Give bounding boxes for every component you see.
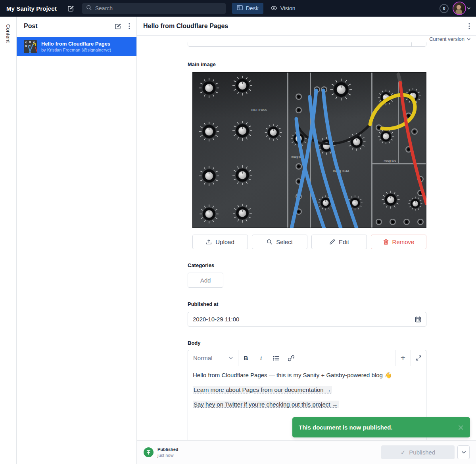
body-label: Body (188, 340, 201, 346)
post-list-pane: Post Hello from Cloudflare Pages by Kris… (17, 17, 137, 464)
pane-menu-button[interactable] (129, 23, 130, 29)
select-button[interactable]: Select (252, 235, 307, 249)
document-title: Hello from Cloudflare Pages (143, 23, 468, 30)
document-editor-pane: Hello from Cloudflare Pages Current vers… (137, 17, 476, 464)
body-link-docs[interactable]: Learn more about Pages from our document… (193, 386, 332, 393)
publish-button[interactable]: ✓ Published (381, 445, 455, 459)
publish-toast: This document is now published. (292, 417, 470, 437)
project-title: My Sanity Project (6, 5, 57, 12)
content-rail-label[interactable]: Content (5, 24, 11, 43)
pane-title: Post (24, 23, 107, 30)
calendar-icon[interactable] (415, 316, 421, 323)
bullet-list-button[interactable] (269, 350, 284, 366)
new-document-button[interactable] (67, 5, 74, 12)
publish-menu-button[interactable] (457, 445, 470, 459)
content-rail: Content (0, 17, 17, 464)
document-menu-button[interactable] (468, 23, 470, 29)
edit-button[interactable]: Edit (311, 235, 367, 249)
list-item-post[interactable]: Hello from Cloudflare Pages by Kristian … (17, 37, 136, 56)
post-meta: Hello from Cloudflare Pages by Kristian … (41, 40, 111, 53)
published-at-field[interactable] (188, 312, 426, 327)
add-category-button[interactable]: Add (188, 273, 223, 288)
published-at-label: Published at (188, 301, 218, 307)
edit-label: Edit (339, 239, 349, 245)
search-icon (86, 5, 92, 12)
body-content[interactable]: Hello from Cloudflare Pages — this is my… (188, 366, 426, 421)
photo-label-highpass: HIGH PASS (251, 108, 267, 112)
body-paragraph: Hello from Cloudflare Pages — this is my… (193, 372, 421, 379)
document-form-scroll: Current version Main image (137, 36, 476, 440)
insert-block-button[interactable]: + (395, 350, 411, 366)
remove-label: Remove (392, 239, 415, 245)
document-header: Hello from Cloudflare Pages (137, 17, 476, 36)
desk-icon (237, 5, 243, 11)
user-menu[interactable] (453, 2, 470, 14)
toast-message: This document is now published. (299, 424, 393, 431)
publish-status: Published just now (157, 447, 178, 458)
text-style-value: Normal (193, 355, 212, 361)
navbar-right: 0 (440, 2, 470, 14)
version-label: Current version (429, 36, 464, 42)
navbar: My Sanity Project Desk Vision 0 (0, 0, 476, 17)
search-input[interactable] (82, 3, 226, 14)
create-post-button[interactable] (115, 23, 121, 30)
search-field[interactable] (95, 5, 222, 11)
close-icon[interactable] (459, 425, 463, 430)
remove-button[interactable]: Remove (371, 235, 426, 249)
published-at-input[interactable] (193, 316, 412, 323)
upload-label: Upload (215, 239, 234, 245)
body-link-twitter[interactable]: Say hey on Twitter if you're checking ou… (193, 401, 339, 408)
image-actions: Upload Select Edit Remove (192, 235, 426, 249)
text-style-select[interactable]: Normal (188, 350, 238, 366)
toolbar-spacer (299, 350, 395, 366)
photo-label-moog904a: moog 904A (333, 169, 350, 173)
post-item-title: Hello from Cloudflare Pages (41, 40, 111, 48)
select-label: Select (276, 239, 293, 245)
avatar[interactable] (453, 2, 465, 14)
eye-icon (271, 5, 277, 11)
main-image-label: Main image (188, 61, 216, 67)
notifications-badge[interactable]: 0 (440, 4, 449, 13)
sanity-studio: My Sanity Project Desk Vision 0 (0, 0, 476, 464)
body-toolbar: Normal B i + (188, 350, 426, 366)
publish-button-label: Published (409, 449, 435, 456)
post-list-header: Post (17, 17, 136, 36)
main-image-preview[interactable]: HIGH PASS moog 995 moog 904A moog 902 (192, 72, 426, 228)
tab-desk-label: Desk (246, 5, 259, 11)
post-thumbnail (24, 40, 37, 53)
document-footer: Published just now ✓ Published (137, 440, 476, 464)
tab-vision-label: Vision (280, 5, 296, 11)
categories-label: Categories (188, 262, 214, 268)
tab-desk[interactable]: Desk (232, 3, 263, 14)
post-item-subtitle: by Kristian Freeman (@signalnerve) (41, 47, 111, 53)
chevron-down-icon (467, 7, 470, 10)
check-icon: ✓ (401, 449, 406, 456)
version-selector[interactable]: Current version (137, 36, 476, 42)
bold-button[interactable]: B (238, 350, 253, 366)
publish-status-time: just now (157, 453, 178, 458)
published-status-icon (144, 447, 154, 457)
link-button[interactable] (284, 350, 299, 366)
photo-label-moog902: moog 902 (384, 159, 396, 162)
tab-vision[interactable]: Vision (271, 5, 296, 11)
publish-status-title: Published (157, 447, 178, 452)
expand-editor-button[interactable] (411, 350, 426, 366)
upload-button[interactable]: Upload (192, 235, 248, 249)
italic-button[interactable]: i (253, 350, 269, 366)
